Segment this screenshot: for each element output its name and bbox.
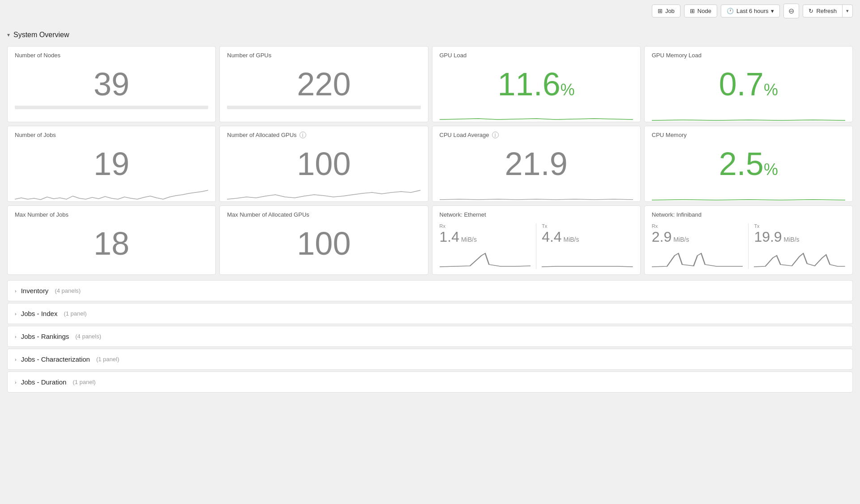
chevron-down-icon: ▾ <box>771 8 774 14</box>
infiniband-divider <box>748 223 749 269</box>
coll-subtitle-2: (4 panels) <box>75 333 101 340</box>
panel-title-cpu-mem: CPU Memory <box>652 132 845 138</box>
ethernet-tx-value: 4.4 MiB/s <box>542 230 633 244</box>
panel-value-gpu-mem: 0.7% <box>652 62 845 102</box>
job-button[interactable]: ⊞ Job <box>652 4 680 17</box>
panel-network-infiniband: Network: Infiniband Rx 2.9 MiB/s <box>644 205 853 275</box>
panel-value-jobs: 19 <box>15 142 208 182</box>
panel-title-gpus: Number of GPUs <box>227 52 420 59</box>
collapsible-section-1[interactable]: › Jobs - Index (1 panel) <box>7 303 853 324</box>
ethernet-row: Rx 1.4 MiB/s Tx 4.4 <box>440 223 633 269</box>
panel-network-ethernet: Network: Ethernet Rx 1.4 MiB/s <box>432 205 641 275</box>
collapsible-section-4[interactable]: › Jobs - Duration (1 panel) <box>7 372 853 393</box>
ethernet-rx-label: Rx <box>440 223 531 229</box>
panel-title-cpu-load: CPU Load Average i <box>440 132 633 138</box>
coll-chevron-1: › <box>15 311 17 316</box>
coll-chevron-4: › <box>15 380 17 385</box>
panel-sparkline-alloc-gpus <box>227 184 420 201</box>
coll-subtitle-0: (4 panels) <box>55 287 81 294</box>
panel-value-nodes: 39 <box>15 62 208 102</box>
panel-max-jobs: Max Number of Jobs 18 <box>7 205 216 275</box>
infiniband-tx-sparkline <box>754 247 845 269</box>
panel-title-gpu-load: GPU Load <box>440 52 633 59</box>
time-range-label: Last 6 hours <box>736 8 769 14</box>
coll-subtitle-4: (1 panel) <box>73 379 95 385</box>
panel-cpu-load-avg: CPU Load Average i 21.9 <box>432 126 641 202</box>
coll-subtitle-1: (1 panel) <box>64 310 86 317</box>
ethernet-tx-sparkline <box>542 247 633 269</box>
panel-gpu-load: GPU Load 11.6% <box>432 46 641 122</box>
ethernet-tx-label: Tx <box>542 223 633 229</box>
coll-title-1: Jobs - Index <box>21 310 58 317</box>
collapsible-section-3[interactable]: › Jobs - Characterization (1 panel) <box>7 349 853 370</box>
zoom-out-icon: ⊖ <box>788 7 794 15</box>
node-label: Node <box>697 8 711 14</box>
panel-sparkline-jobs <box>15 184 208 201</box>
panel-value-max-jobs: 18 <box>15 222 208 261</box>
infiniband-rx-value: 2.9 MiB/s <box>652 230 743 244</box>
ethernet-rx-sparkline <box>440 247 531 269</box>
refresh-icon: ↻ <box>809 8 813 14</box>
infiniband-rx-sparkline <box>652 247 743 269</box>
grid-icon-2: ⊞ <box>690 8 695 14</box>
panel-title-max-jobs: Max Number of Jobs <box>15 211 208 218</box>
node-button[interactable]: ⊞ Node <box>684 4 717 17</box>
panel-value-cpu-load: 21.9 <box>440 142 633 182</box>
section-chevron-down: ▾ <box>7 32 10 38</box>
clock-icon: 🕐 <box>727 8 734 14</box>
coll-chevron-3: › <box>15 357 17 362</box>
system-overview-header[interactable]: ▾ System Overview <box>7 27 853 43</box>
zoom-out-button[interactable]: ⊖ <box>783 4 799 18</box>
ethernet-rx-value: 1.4 MiB/s <box>440 230 531 244</box>
job-label: Job <box>665 8 675 14</box>
coll-title-0: Inventory <box>21 287 49 295</box>
refresh-main[interactable]: ↻ Refresh <box>803 5 843 17</box>
coll-subtitle-3: (1 panel) <box>96 356 119 363</box>
panel-title-max-alloc-gpus: Max Number of Allocated GPUs <box>227 211 420 218</box>
system-overview-title: System Overview <box>13 31 69 39</box>
refresh-label: Refresh <box>816 8 837 14</box>
coll-title-2: Jobs - Rankings <box>21 333 69 340</box>
toolbar: ⊞ Job ⊞ Node 🕐 Last 6 hours ▾ ⊖ ↻ Refres… <box>0 0 860 22</box>
panel-bar-nodes <box>15 106 208 109</box>
panel-max-alloc-gpus: Max Number of Allocated GPUs 100 <box>219 205 428 275</box>
panel-unit-gpu-load: % <box>560 81 575 99</box>
collapsible-section-0[interactable]: › Inventory (4 panels) <box>7 280 853 301</box>
time-range-picker[interactable]: 🕐 Last 6 hours ▾ <box>721 4 780 17</box>
panel-gpu-memory-load: GPU Memory Load 0.7% <box>644 46 853 122</box>
panel-title-gpu-mem: GPU Memory Load <box>652 52 845 59</box>
panel-sparkline-cpu-load <box>440 184 633 201</box>
coll-chevron-2: › <box>15 334 17 339</box>
panel-number-of-gpus: Number of GPUs 220 <box>219 46 428 122</box>
coll-title-3: Jobs - Characterization <box>21 355 90 363</box>
collapsible-section-2[interactable]: › Jobs - Rankings (4 panels) <box>7 326 853 347</box>
infiniband-tx-col: Tx 19.9 MiB/s <box>754 223 845 269</box>
refresh-dropdown-arrow[interactable]: ▾ <box>843 5 852 17</box>
grid-icon: ⊞ <box>658 8 663 14</box>
coll-title-4: Jobs - Duration <box>21 378 67 386</box>
infiniband-tx-label: Tx <box>754 223 845 229</box>
panel-sparkline-gpu-mem <box>652 104 845 122</box>
panel-title-ethernet: Network: Ethernet <box>440 211 633 218</box>
main-content: ▾ System Overview Number of Nodes 39 Num… <box>0 22 860 400</box>
refresh-button[interactable]: ↻ Refresh ▾ <box>803 4 853 17</box>
ethernet-divider <box>536 223 536 269</box>
dashboard-grid: Number of Nodes 39 Number of GPUs 220 GP… <box>7 46 853 275</box>
panel-unit-cpu-mem: % <box>764 160 778 179</box>
panel-title-nodes: Number of Nodes <box>15 52 208 59</box>
panel-bar-gpus <box>227 106 420 109</box>
infiniband-rx-label: Rx <box>652 223 743 229</box>
panel-title-jobs: Number of Jobs <box>15 132 208 138</box>
panel-sparkline-cpu-mem <box>652 184 845 201</box>
infiniband-rx-col: Rx 2.9 MiB/s <box>652 223 743 269</box>
panel-number-of-nodes: Number of Nodes 39 <box>7 46 216 122</box>
coll-chevron-0: › <box>15 288 17 294</box>
panel-value-gpu-load: 11.6% <box>440 62 633 102</box>
infiniband-row: Rx 2.9 MiB/s Tx 19.9 <box>652 223 845 269</box>
panel-unit-gpu-mem: % <box>764 81 778 99</box>
panel-value-alloc-gpus: 100 <box>227 142 420 182</box>
ethernet-rx-col: Rx 1.4 MiB/s <box>440 223 531 269</box>
panel-allocated-gpus: Number of Allocated GPUs i 100 <box>219 126 428 202</box>
panel-number-of-jobs: Number of Jobs 19 <box>7 126 216 202</box>
panel-value-gpus: 220 <box>227 62 420 102</box>
